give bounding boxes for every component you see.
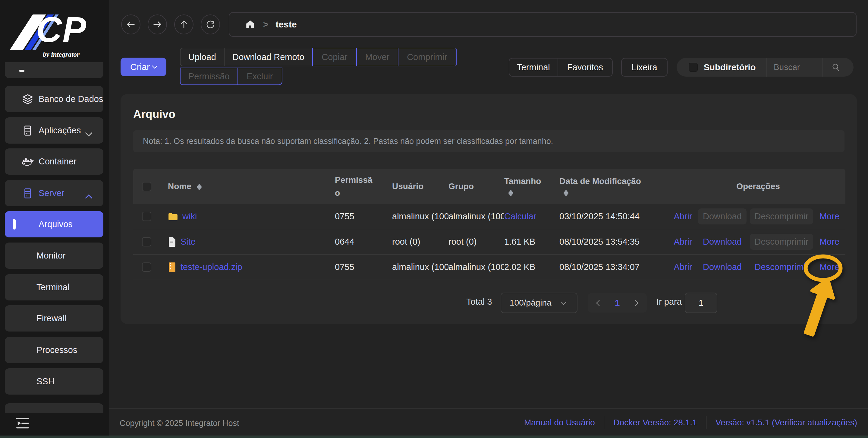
sidebar-nav: Banco de Dados Aplicações — [0, 62, 109, 413]
terminal-button[interactable]: Terminal — [509, 58, 558, 77]
trash-button[interactable]: Lixeira — [621, 58, 668, 77]
group-cell: almalinux (1000) — [448, 211, 504, 222]
header-modified[interactable]: Data de Modificação — [559, 176, 671, 196]
logo-wordmark: CP — [36, 9, 87, 50]
header-user: Usuário — [392, 182, 448, 191]
table-row: Site 0644 root (0) root (0) 1.61 KB 08/1… — [133, 229, 845, 255]
open-link[interactable]: Abrir — [674, 262, 692, 272]
header-group: Grupo — [448, 182, 504, 191]
remote-download-button[interactable]: Download Remoto — [224, 48, 313, 66]
permission-button[interactable]: Permissão — [180, 67, 238, 85]
breadcrumb[interactable]: > teste — [229, 12, 857, 37]
footer-links: Manual do Usuário Docker Versão: 28.1.1 … — [524, 416, 857, 429]
app-version-link[interactable]: Versão: v1.5.1 (Verificar atualizações) — [715, 418, 857, 428]
header-size[interactable]: Tamanho — [504, 176, 559, 196]
arrow-up-icon — [179, 19, 189, 30]
previous-page-button[interactable] — [596, 299, 602, 306]
sidebar-item-arquivos[interactable]: Arquivos — [5, 211, 103, 237]
sort-icon[interactable] — [564, 190, 568, 196]
sort-icon[interactable] — [197, 184, 202, 191]
row-checkbox[interactable] — [142, 237, 151, 246]
sidebar-item-server[interactable]: Server — [5, 180, 103, 206]
upload-button[interactable]: Upload — [180, 48, 224, 66]
compress-button[interactable]: Comprimir — [398, 48, 457, 66]
sort-icon[interactable] — [508, 190, 513, 196]
current-page[interactable]: 1 — [615, 298, 620, 308]
sidebar-item-monitor[interactable]: Monitor — [5, 242, 103, 269]
divider — [604, 416, 604, 429]
selection-actions-group: Copiar Mover Comprimir — [313, 48, 457, 66]
open-link[interactable]: Abrir — [674, 237, 692, 247]
unzip-link-disabled: Descomprimir — [750, 234, 813, 250]
open-link[interactable]: Abrir — [674, 211, 692, 222]
size-cell: 1.61 KB — [504, 237, 559, 247]
refresh-icon — [205, 19, 216, 30]
divider — [823, 58, 823, 77]
copyright-text: Copyright © 2025 Integrator Host — [120, 419, 239, 428]
app-logo: CP by integrator — [5, 10, 105, 62]
upload-button-group: Upload Download Remoto — [180, 48, 313, 66]
search-icon[interactable] — [831, 63, 840, 72]
calculate-size-link[interactable]: Calcular — [504, 211, 559, 222]
breadcrumb-current: teste — [276, 19, 297, 30]
download-link[interactable]: Download — [703, 237, 742, 247]
delete-button[interactable]: Excluir — [238, 67, 282, 85]
docker-version-link[interactable]: Docker Versão: 28.1.1 — [613, 418, 697, 428]
sidebar-item-firewall[interactable]: Firewall — [5, 305, 103, 331]
footer-divider — [109, 408, 868, 409]
table-row: teste-upload.zip 0755 almalinux (1000) a… — [133, 255, 845, 280]
more-link[interactable]: More — [819, 211, 839, 222]
file-name-link[interactable]: wiki — [182, 211, 197, 222]
search-input[interactable] — [773, 62, 823, 72]
header-permission: Permissão — [335, 173, 375, 200]
row-checkbox[interactable] — [142, 212, 151, 221]
refresh-button[interactable] — [201, 14, 220, 34]
more-link[interactable]: More — [819, 237, 839, 247]
move-button[interactable]: Mover — [356, 48, 398, 66]
up-directory-button[interactable] — [174, 14, 193, 34]
forward-button[interactable] — [148, 14, 167, 34]
sidebar-item-aplicacoes[interactable]: Aplicações — [5, 117, 103, 144]
arrow-left-icon — [126, 19, 136, 30]
pager: 1 — [588, 293, 647, 313]
file-name-link[interactable]: Site — [181, 237, 195, 247]
modified-cell: 03/10/2025 14:50:44 — [559, 211, 671, 222]
total-count-label: Total 3 — [466, 297, 492, 307]
sidebar-item-container[interactable]: Container — [5, 148, 103, 175]
download-link[interactable]: Download — [703, 262, 742, 272]
sidebar-item-processos[interactable]: Processos — [5, 337, 103, 363]
row-checkbox[interactable] — [142, 262, 151, 272]
permission-cell: 0755 — [335, 211, 392, 222]
home-icon[interactable] — [245, 19, 255, 30]
table-header: Nome Permissão Usuário Grupo Tamanho Dat… — [133, 169, 845, 204]
search-bar: Subdiretório — [677, 58, 854, 77]
goto-page-input[interactable] — [685, 293, 717, 313]
favorites-button[interactable]: Favoritos — [558, 58, 613, 77]
create-button[interactable]: Criar — [121, 58, 166, 76]
modified-cell: 08/10/2025 13:34:07 — [559, 262, 671, 272]
permission-delete-group: Permissão Excluir — [180, 67, 282, 85]
modified-cell: 08/10/2025 13:54:35 — [559, 237, 671, 247]
header-operations: Operações — [736, 182, 780, 191]
user-manual-link[interactable]: Manual do Usuário — [524, 418, 595, 428]
sidebar-item-terminal[interactable]: Terminal — [5, 274, 103, 300]
sidebar-item-partial-top[interactable] — [5, 62, 103, 78]
sidebar-item-partial-bottom[interactable] — [5, 403, 103, 413]
next-page-button[interactable] — [632, 299, 638, 306]
more-link-annotated[interactable]: More — [819, 262, 839, 272]
chevron-up-icon — [86, 193, 91, 203]
file-name-link[interactable]: teste-upload.zip — [181, 262, 242, 272]
copy-button[interactable]: Copiar — [312, 48, 357, 66]
sidebar-item-ssh[interactable]: SSH — [5, 368, 103, 395]
back-button[interactable] — [121, 14, 141, 34]
subdirectory-checkbox[interactable] — [689, 63, 698, 72]
chevron-down-icon — [561, 299, 566, 305]
unzip-link[interactable]: Descomprimir — [755, 262, 809, 272]
divider — [767, 58, 767, 77]
per-page-select[interactable]: 100/página — [501, 293, 578, 313]
select-all-checkbox[interactable] — [142, 182, 151, 191]
header-name[interactable]: Nome — [160, 182, 335, 191]
sidebar-item-banco-de-dados[interactable]: Banco de Dados — [5, 86, 103, 112]
table-row: wiki 0755 almalinux (1000) almalinux (10… — [133, 204, 845, 229]
collapse-sidebar-button[interactable] — [16, 417, 30, 430]
